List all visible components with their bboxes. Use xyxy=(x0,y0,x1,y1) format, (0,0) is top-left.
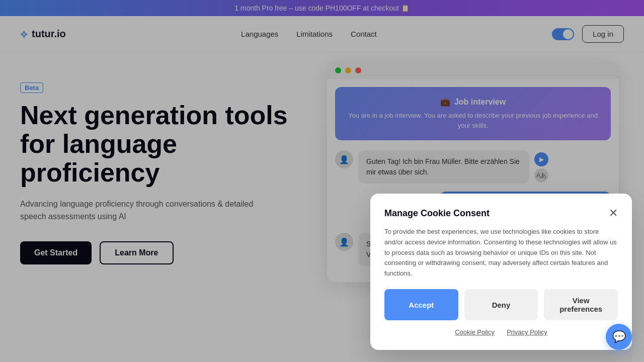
privacy-policy-link[interactable]: Privacy Policy xyxy=(507,328,547,336)
cookie-body-text: To provide the best experiences, we use … xyxy=(384,227,618,279)
cookie-title: Manage Cookie Consent xyxy=(384,208,490,219)
cookie-view-preferences-button[interactable]: View preferences xyxy=(544,289,618,320)
support-bubble-icon: 💬 xyxy=(612,330,626,343)
cookie-links: Cookie Policy Privacy Policy xyxy=(384,328,618,336)
cookie-accept-button[interactable]: Accept xyxy=(384,289,458,320)
cookie-buttons: Accept Deny View preferences xyxy=(384,289,618,320)
cookie-policy-link[interactable]: Cookie Policy xyxy=(455,328,495,336)
support-chat-bubble[interactable]: 💬 xyxy=(606,324,632,350)
cookie-close-button[interactable]: ✕ xyxy=(609,208,618,219)
cookie-modal: Manage Cookie Consent ✕ To provide the b… xyxy=(370,194,632,350)
cookie-deny-button[interactable]: Deny xyxy=(464,289,538,320)
cookie-header: Manage Cookie Consent ✕ xyxy=(384,208,618,219)
cookie-overlay: Manage Cookie Consent ✕ To provide the b… xyxy=(0,0,644,362)
